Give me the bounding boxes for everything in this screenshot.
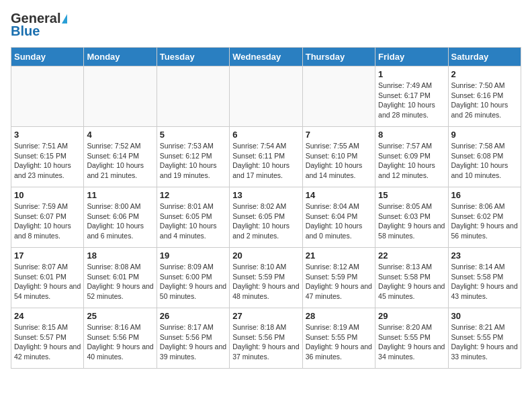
day-number: 23 (451, 250, 518, 261)
weekday-header-friday: Friday (375, 48, 448, 66)
calendar-cell: 27Sunrise: 8:18 AM Sunset: 5:56 PM Dayli… (230, 308, 302, 369)
calendar-cell: 24Sunrise: 8:15 AM Sunset: 5:57 PM Dayli… (11, 308, 84, 369)
day-number: 25 (87, 311, 153, 321)
day-number: 3 (14, 130, 81, 140)
day-number: 16 (451, 190, 518, 200)
day-info: Sunrise: 8:09 AM Sunset: 6:00 PM Dayligh… (160, 262, 226, 302)
day-number: 30 (451, 311, 518, 321)
day-number: 4 (87, 130, 153, 140)
calendar-cell (230, 66, 302, 127)
day-info: Sunrise: 7:50 AM Sunset: 6:16 PM Dayligh… (451, 81, 518, 120)
day-number: 29 (378, 311, 445, 321)
day-number: 15 (378, 190, 445, 200)
calendar-cell: 12Sunrise: 8:01 AM Sunset: 6:05 PM Dayli… (157, 187, 229, 248)
calendar-cell: 28Sunrise: 8:19 AM Sunset: 5:55 PM Dayli… (302, 308, 375, 369)
day-info: Sunrise: 8:13 AM Sunset: 5:58 PM Dayligh… (378, 262, 445, 302)
calendar-cell: 20Sunrise: 8:10 AM Sunset: 5:59 PM Dayli… (230, 248, 302, 308)
day-info: Sunrise: 8:21 AM Sunset: 5:55 PM Dayligh… (451, 322, 518, 362)
day-number: 7 (306, 130, 372, 140)
calendar-cell (157, 66, 229, 127)
calendar-cell: 14Sunrise: 8:04 AM Sunset: 6:04 PM Dayli… (302, 187, 375, 248)
day-number: 21 (306, 250, 372, 261)
calendar-cell: 23Sunrise: 8:14 AM Sunset: 5:58 PM Dayli… (448, 248, 521, 308)
calendar-cell: 16Sunrise: 8:06 AM Sunset: 6:02 PM Dayli… (448, 187, 521, 248)
day-info: Sunrise: 8:17 AM Sunset: 5:56 PM Dayligh… (160, 322, 226, 362)
logo-triangle-icon (62, 14, 67, 24)
day-info: Sunrise: 7:57 AM Sunset: 6:09 PM Dayligh… (378, 141, 445, 181)
logo-blue-text: Blue (11, 24, 40, 39)
calendar-cell: 21Sunrise: 8:12 AM Sunset: 5:59 PM Dayli… (302, 248, 375, 308)
day-info: Sunrise: 8:20 AM Sunset: 5:55 PM Dayligh… (378, 322, 445, 362)
day-number: 20 (232, 250, 299, 261)
calendar-cell (302, 66, 375, 127)
calendar-cell: 4Sunrise: 7:52 AM Sunset: 6:14 PM Daylig… (84, 127, 157, 187)
day-info: Sunrise: 7:58 AM Sunset: 6:08 PM Dayligh… (451, 141, 518, 181)
calendar-cell: 25Sunrise: 8:16 AM Sunset: 5:56 PM Dayli… (84, 308, 157, 369)
calendar-cell: 7Sunrise: 7:55 AM Sunset: 6:10 PM Daylig… (302, 127, 375, 187)
calendar-cell: 15Sunrise: 8:05 AM Sunset: 6:03 PM Dayli… (375, 187, 448, 248)
day-number: 8 (378, 130, 445, 140)
day-number: 24 (14, 311, 81, 321)
day-info: Sunrise: 8:00 AM Sunset: 6:06 PM Dayligh… (87, 201, 153, 241)
weekday-header-wednesday: Wednesday (230, 48, 302, 66)
day-number: 14 (306, 190, 372, 200)
weekday-header-saturday: Saturday (448, 48, 521, 66)
calendar-cell: 26Sunrise: 8:17 AM Sunset: 5:56 PM Dayli… (157, 308, 229, 369)
calendar-cell: 17Sunrise: 8:07 AM Sunset: 6:01 PM Dayli… (11, 248, 84, 308)
day-number: 2 (451, 69, 518, 79)
day-info: Sunrise: 8:12 AM Sunset: 5:59 PM Dayligh… (306, 262, 372, 302)
day-info: Sunrise: 8:14 AM Sunset: 5:58 PM Dayligh… (451, 262, 518, 302)
weekday-header-row: SundayMondayTuesdayWednesdayThursdayFrid… (11, 48, 521, 66)
calendar-cell: 29Sunrise: 8:20 AM Sunset: 5:55 PM Dayli… (375, 308, 448, 369)
day-info: Sunrise: 7:59 AM Sunset: 6:07 PM Dayligh… (14, 201, 81, 241)
calendar-cell: 13Sunrise: 8:02 AM Sunset: 6:05 PM Dayli… (230, 187, 302, 248)
day-number: 5 (160, 130, 226, 140)
day-info: Sunrise: 7:54 AM Sunset: 6:11 PM Dayligh… (232, 141, 299, 181)
calendar-cell: 10Sunrise: 7:59 AM Sunset: 6:07 PM Dayli… (11, 187, 84, 248)
week-row-4: 17Sunrise: 8:07 AM Sunset: 6:01 PM Dayli… (11, 248, 521, 308)
week-row-1: 1Sunrise: 7:49 AM Sunset: 6:17 PM Daylig… (11, 66, 521, 127)
day-info: Sunrise: 8:06 AM Sunset: 6:02 PM Dayligh… (451, 201, 518, 241)
day-number: 28 (306, 311, 372, 321)
day-number: 9 (451, 130, 518, 140)
calendar-cell: 22Sunrise: 8:13 AM Sunset: 5:58 PM Dayli… (375, 248, 448, 308)
day-number: 22 (378, 250, 445, 261)
day-number: 12 (160, 190, 226, 200)
day-info: Sunrise: 8:05 AM Sunset: 6:03 PM Dayligh… (378, 201, 445, 241)
day-number: 27 (232, 311, 299, 321)
day-info: Sunrise: 8:15 AM Sunset: 5:57 PM Dayligh… (14, 322, 81, 362)
calendar-cell: 3Sunrise: 7:51 AM Sunset: 6:15 PM Daylig… (11, 127, 84, 187)
page-header: General Blue (11, 11, 521, 39)
calendar-table: SundayMondayTuesdayWednesdayThursdayFrid… (11, 47, 521, 369)
day-number: 18 (87, 250, 153, 261)
day-number: 26 (160, 311, 226, 321)
day-info: Sunrise: 8:10 AM Sunset: 5:59 PM Dayligh… (232, 262, 299, 302)
calendar-cell: 5Sunrise: 7:53 AM Sunset: 6:12 PM Daylig… (157, 127, 229, 187)
calendar-cell: 19Sunrise: 8:09 AM Sunset: 6:00 PM Dayli… (157, 248, 229, 308)
week-row-5: 24Sunrise: 8:15 AM Sunset: 5:57 PM Dayli… (11, 308, 521, 369)
day-info: Sunrise: 8:04 AM Sunset: 6:04 PM Dayligh… (306, 201, 372, 241)
day-number: 10 (14, 190, 81, 200)
week-row-2: 3Sunrise: 7:51 AM Sunset: 6:15 PM Daylig… (11, 127, 521, 187)
day-info: Sunrise: 7:55 AM Sunset: 6:10 PM Dayligh… (306, 141, 372, 181)
day-info: Sunrise: 8:08 AM Sunset: 6:01 PM Dayligh… (87, 262, 153, 302)
day-info: Sunrise: 7:53 AM Sunset: 6:12 PM Dayligh… (160, 141, 226, 181)
weekday-header-sunday: Sunday (11, 48, 84, 66)
day-info: Sunrise: 8:07 AM Sunset: 6:01 PM Dayligh… (14, 262, 81, 302)
calendar-cell: 18Sunrise: 8:08 AM Sunset: 6:01 PM Dayli… (84, 248, 157, 308)
day-info: Sunrise: 7:52 AM Sunset: 6:14 PM Dayligh… (87, 141, 153, 181)
day-info: Sunrise: 8:02 AM Sunset: 6:05 PM Dayligh… (232, 201, 299, 241)
calendar-cell: 11Sunrise: 8:00 AM Sunset: 6:06 PM Dayli… (84, 187, 157, 248)
weekday-header-thursday: Thursday (302, 48, 375, 66)
day-info: Sunrise: 7:51 AM Sunset: 6:15 PM Dayligh… (14, 141, 81, 181)
calendar-cell (84, 66, 157, 127)
week-row-3: 10Sunrise: 7:59 AM Sunset: 6:07 PM Dayli… (11, 187, 521, 248)
weekday-header-tuesday: Tuesday (157, 48, 229, 66)
day-number: 19 (160, 250, 226, 261)
day-number: 13 (232, 190, 299, 200)
logo: General Blue (11, 11, 67, 39)
calendar-cell: 8Sunrise: 7:57 AM Sunset: 6:09 PM Daylig… (375, 127, 448, 187)
calendar-cell: 2Sunrise: 7:50 AM Sunset: 6:16 PM Daylig… (448, 66, 521, 127)
calendar-cell: 9Sunrise: 7:58 AM Sunset: 6:08 PM Daylig… (448, 127, 521, 187)
calendar-cell: 30Sunrise: 8:21 AM Sunset: 5:55 PM Dayli… (448, 308, 521, 369)
